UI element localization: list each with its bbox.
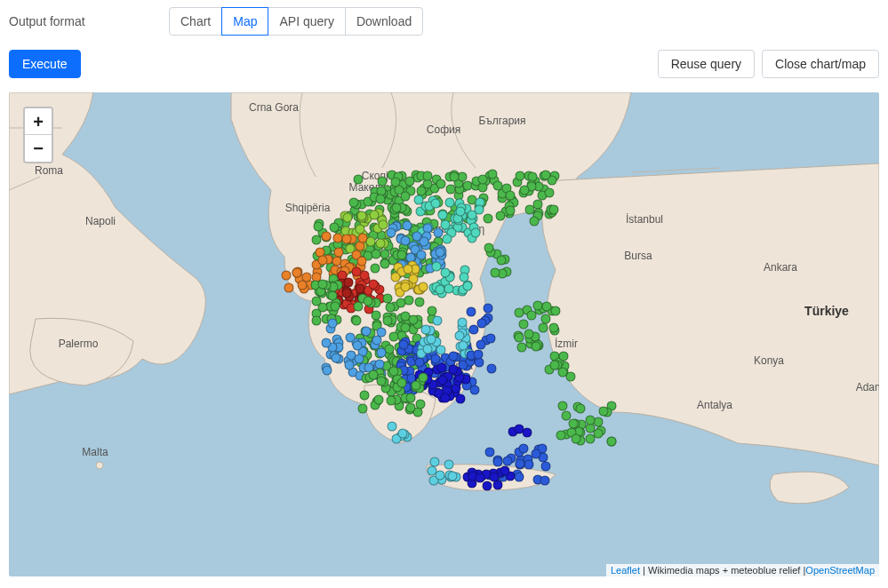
- data-point[interactable]: [321, 338, 331, 348]
- data-point[interactable]: [382, 315, 392, 325]
- data-point[interactable]: [353, 174, 363, 184]
- data-point[interactable]: [386, 396, 396, 406]
- data-point[interactable]: [530, 216, 540, 226]
- data-point[interactable]: [362, 327, 372, 337]
- data-point[interactable]: [449, 351, 459, 361]
- data-point[interactable]: [397, 429, 407, 439]
- tab-download[interactable]: Download: [345, 7, 423, 36]
- data-point[interactable]: [404, 295, 413, 305]
- data-point[interactable]: [351, 266, 361, 276]
- data-point[interactable]: [282, 270, 292, 280]
- data-point[interactable]: [331, 302, 340, 312]
- data-point[interactable]: [544, 188, 554, 198]
- data-point[interactable]: [363, 297, 372, 306]
- data-point[interactable]: [422, 171, 432, 181]
- data-point[interactable]: [487, 363, 497, 373]
- data-point[interactable]: [389, 367, 399, 377]
- data-point[interactable]: [515, 472, 524, 481]
- data-point[interactable]: [416, 400, 426, 409]
- data-point[interactable]: [313, 222, 323, 232]
- data-point[interactable]: [519, 443, 529, 453]
- data-point[interactable]: [377, 328, 387, 338]
- data-point[interactable]: [370, 264, 380, 274]
- data-point[interactable]: [502, 456, 512, 465]
- data-point[interactable]: [447, 472, 457, 481]
- data-point[interactable]: [538, 322, 548, 332]
- data-point[interactable]: [437, 210, 447, 219]
- data-point[interactable]: [441, 267, 451, 277]
- data-point[interactable]: [431, 261, 441, 271]
- data-point[interactable]: [412, 380, 421, 390]
- data-point[interactable]: [322, 365, 332, 375]
- data-point[interactable]: [527, 310, 537, 320]
- data-point[interactable]: [352, 316, 362, 326]
- data-point[interactable]: [519, 319, 529, 329]
- data-point[interactable]: [389, 331, 399, 341]
- map[interactable]: RomaNapoliPalermoMaltaCrna GoraСкопјеМак…: [9, 92, 879, 576]
- data-point[interactable]: [430, 354, 440, 364]
- data-point[interactable]: [357, 211, 367, 221]
- data-point[interactable]: [369, 211, 379, 220]
- data-point[interactable]: [353, 301, 363, 311]
- data-point[interactable]: [541, 171, 551, 180]
- data-point[interactable]: [607, 436, 617, 446]
- data-point[interactable]: [417, 250, 427, 259]
- data-point[interactable]: [292, 268, 302, 278]
- data-point[interactable]: [492, 457, 502, 467]
- data-point[interactable]: [444, 459, 454, 469]
- zoom-out-button[interactable]: −: [25, 135, 52, 162]
- data-point[interactable]: [569, 419, 579, 429]
- data-point[interactable]: [317, 256, 327, 266]
- data-point[interactable]: [440, 220, 450, 230]
- data-point[interactable]: [377, 348, 387, 358]
- data-point[interactable]: [454, 331, 464, 341]
- data-point[interactable]: [298, 281, 308, 290]
- data-point[interactable]: [559, 352, 569, 362]
- data-point[interactable]: [437, 363, 447, 373]
- data-point[interactable]: [550, 306, 560, 315]
- data-point[interactable]: [524, 330, 534, 339]
- data-point[interactable]: [476, 340, 486, 350]
- data-point[interactable]: [328, 319, 338, 329]
- data-point[interactable]: [445, 197, 455, 207]
- data-point[interactable]: [556, 431, 566, 441]
- data-point[interactable]: [377, 377, 387, 386]
- tab-chart[interactable]: Chart: [169, 7, 222, 36]
- data-point[interactable]: [469, 324, 479, 334]
- data-point[interactable]: [531, 449, 540, 459]
- data-point[interactable]: [318, 280, 328, 290]
- data-point[interactable]: [399, 339, 409, 349]
- data-point[interactable]: [357, 234, 367, 243]
- data-point[interactable]: [436, 179, 446, 189]
- data-point[interactable]: [548, 322, 558, 332]
- data-point[interactable]: [406, 393, 416, 403]
- data-point[interactable]: [403, 264, 412, 274]
- data-point[interactable]: [312, 315, 322, 325]
- data-point[interactable]: [514, 307, 524, 317]
- data-point[interactable]: [462, 282, 472, 291]
- data-point[interactable]: [373, 395, 383, 405]
- data-point[interactable]: [449, 364, 459, 374]
- data-point[interactable]: [490, 268, 500, 278]
- data-point[interactable]: [435, 247, 444, 257]
- tab-api-query[interactable]: API query: [268, 7, 345, 36]
- data-point[interactable]: [506, 205, 516, 215]
- data-point[interactable]: [506, 190, 516, 200]
- data-point[interactable]: [437, 375, 447, 385]
- data-point[interactable]: [455, 393, 465, 403]
- data-point[interactable]: [414, 357, 424, 367]
- data-point[interactable]: [497, 256, 507, 266]
- data-point[interactable]: [449, 171, 459, 181]
- data-point[interactable]: [458, 318, 468, 328]
- data-point[interactable]: [500, 466, 509, 476]
- data-point[interactable]: [321, 232, 331, 242]
- data-point[interactable]: [427, 306, 436, 316]
- data-point[interactable]: [420, 236, 429, 246]
- data-point[interactable]: [470, 227, 480, 237]
- data-point[interactable]: [312, 296, 322, 306]
- data-point[interactable]: [558, 401, 568, 411]
- data-point[interactable]: [396, 377, 406, 387]
- data-point[interactable]: [356, 256, 366, 266]
- data-point[interactable]: [284, 282, 293, 292]
- data-point[interactable]: [519, 185, 529, 195]
